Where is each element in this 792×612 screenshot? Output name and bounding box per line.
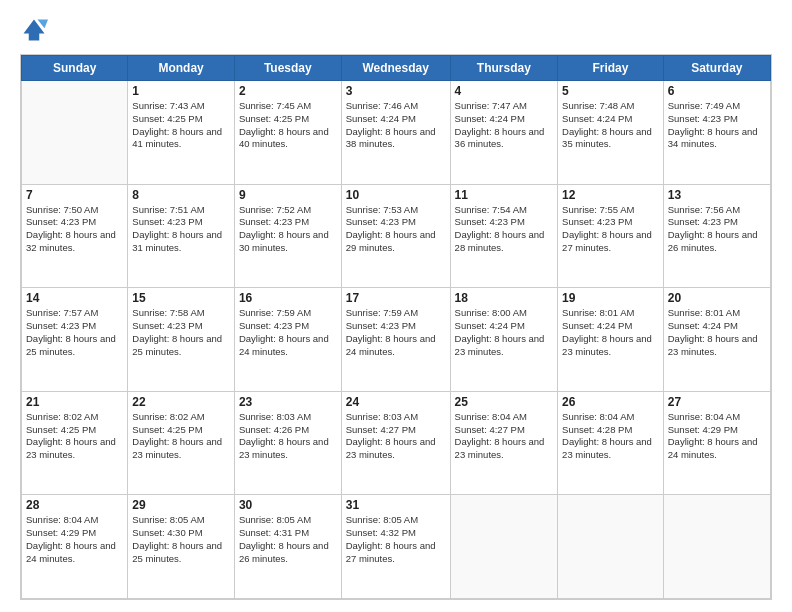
- cell-info: Sunrise: 7:55 AM Sunset: 4:23 PM Dayligh…: [562, 204, 659, 255]
- cell-info: Sunrise: 7:49 AM Sunset: 4:23 PM Dayligh…: [668, 100, 766, 151]
- header-row: SundayMondayTuesdayWednesdayThursdayFrid…: [22, 56, 771, 81]
- logo: [20, 16, 52, 44]
- cell-day-number: 21: [26, 395, 123, 409]
- cal-cell-4-4: [450, 495, 558, 599]
- cal-cell-0-2: 2Sunrise: 7:45 AM Sunset: 4:25 PM Daylig…: [234, 81, 341, 185]
- day-header-saturday: Saturday: [663, 56, 770, 81]
- cal-cell-2-4: 18Sunrise: 8:00 AM Sunset: 4:24 PM Dayli…: [450, 288, 558, 392]
- cal-cell-1-3: 10Sunrise: 7:53 AM Sunset: 4:23 PM Dayli…: [341, 184, 450, 288]
- cell-info: Sunrise: 7:59 AM Sunset: 4:23 PM Dayligh…: [346, 307, 446, 358]
- day-header-wednesday: Wednesday: [341, 56, 450, 81]
- cell-info: Sunrise: 7:50 AM Sunset: 4:23 PM Dayligh…: [26, 204, 123, 255]
- cell-day-number: 9: [239, 188, 337, 202]
- cell-day-number: 30: [239, 498, 337, 512]
- cal-cell-2-5: 19Sunrise: 8:01 AM Sunset: 4:24 PM Dayli…: [558, 288, 664, 392]
- calendar-week-2: 14Sunrise: 7:57 AM Sunset: 4:23 PM Dayli…: [22, 288, 771, 392]
- page: SundayMondayTuesdayWednesdayThursdayFrid…: [0, 0, 792, 612]
- cell-info: Sunrise: 7:57 AM Sunset: 4:23 PM Dayligh…: [26, 307, 123, 358]
- cell-info: Sunrise: 7:51 AM Sunset: 4:23 PM Dayligh…: [132, 204, 230, 255]
- cell-info: Sunrise: 8:05 AM Sunset: 4:31 PM Dayligh…: [239, 514, 337, 565]
- cell-info: Sunrise: 7:59 AM Sunset: 4:23 PM Dayligh…: [239, 307, 337, 358]
- cal-cell-1-1: 8Sunrise: 7:51 AM Sunset: 4:23 PM Daylig…: [128, 184, 235, 288]
- cell-info: Sunrise: 8:01 AM Sunset: 4:24 PM Dayligh…: [668, 307, 766, 358]
- cal-cell-2-2: 16Sunrise: 7:59 AM Sunset: 4:23 PM Dayli…: [234, 288, 341, 392]
- calendar-week-1: 7Sunrise: 7:50 AM Sunset: 4:23 PM Daylig…: [22, 184, 771, 288]
- cell-day-number: 5: [562, 84, 659, 98]
- cell-day-number: 8: [132, 188, 230, 202]
- cell-day-number: 6: [668, 84, 766, 98]
- cell-day-number: 26: [562, 395, 659, 409]
- cal-cell-4-5: [558, 495, 664, 599]
- cell-info: Sunrise: 8:02 AM Sunset: 4:25 PM Dayligh…: [26, 411, 123, 462]
- cell-day-number: 18: [455, 291, 554, 305]
- cal-cell-1-5: 12Sunrise: 7:55 AM Sunset: 4:23 PM Dayli…: [558, 184, 664, 288]
- cell-info: Sunrise: 7:58 AM Sunset: 4:23 PM Dayligh…: [132, 307, 230, 358]
- cal-cell-3-0: 21Sunrise: 8:02 AM Sunset: 4:25 PM Dayli…: [22, 391, 128, 495]
- cell-info: Sunrise: 8:01 AM Sunset: 4:24 PM Dayligh…: [562, 307, 659, 358]
- cell-info: Sunrise: 8:03 AM Sunset: 4:26 PM Dayligh…: [239, 411, 337, 462]
- cal-cell-4-1: 29Sunrise: 8:05 AM Sunset: 4:30 PM Dayli…: [128, 495, 235, 599]
- cell-info: Sunrise: 8:04 AM Sunset: 4:27 PM Dayligh…: [455, 411, 554, 462]
- cell-day-number: 23: [239, 395, 337, 409]
- cell-day-number: 31: [346, 498, 446, 512]
- day-header-monday: Monday: [128, 56, 235, 81]
- cal-cell-2-0: 14Sunrise: 7:57 AM Sunset: 4:23 PM Dayli…: [22, 288, 128, 392]
- header: [20, 16, 772, 44]
- cell-info: Sunrise: 7:43 AM Sunset: 4:25 PM Dayligh…: [132, 100, 230, 151]
- cal-cell-4-2: 30Sunrise: 8:05 AM Sunset: 4:31 PM Dayli…: [234, 495, 341, 599]
- day-header-thursday: Thursday: [450, 56, 558, 81]
- cal-cell-3-6: 27Sunrise: 8:04 AM Sunset: 4:29 PM Dayli…: [663, 391, 770, 495]
- cell-day-number: 17: [346, 291, 446, 305]
- cal-cell-3-2: 23Sunrise: 8:03 AM Sunset: 4:26 PM Dayli…: [234, 391, 341, 495]
- cell-info: Sunrise: 8:05 AM Sunset: 4:30 PM Dayligh…: [132, 514, 230, 565]
- cell-day-number: 4: [455, 84, 554, 98]
- cell-day-number: 24: [346, 395, 446, 409]
- cell-day-number: 25: [455, 395, 554, 409]
- cell-day-number: 11: [455, 188, 554, 202]
- cell-day-number: 3: [346, 84, 446, 98]
- cell-info: Sunrise: 7:56 AM Sunset: 4:23 PM Dayligh…: [668, 204, 766, 255]
- cell-day-number: 1: [132, 84, 230, 98]
- cal-cell-4-0: 28Sunrise: 8:04 AM Sunset: 4:29 PM Dayli…: [22, 495, 128, 599]
- cal-cell-3-4: 25Sunrise: 8:04 AM Sunset: 4:27 PM Dayli…: [450, 391, 558, 495]
- cell-day-number: 7: [26, 188, 123, 202]
- calendar-table: SundayMondayTuesdayWednesdayThursdayFrid…: [21, 55, 771, 599]
- cell-day-number: 14: [26, 291, 123, 305]
- cell-day-number: 10: [346, 188, 446, 202]
- cell-info: Sunrise: 7:52 AM Sunset: 4:23 PM Dayligh…: [239, 204, 337, 255]
- cal-cell-0-6: 6Sunrise: 7:49 AM Sunset: 4:23 PM Daylig…: [663, 81, 770, 185]
- logo-icon: [20, 16, 48, 44]
- cell-info: Sunrise: 7:53 AM Sunset: 4:23 PM Dayligh…: [346, 204, 446, 255]
- cell-info: Sunrise: 7:47 AM Sunset: 4:24 PM Dayligh…: [455, 100, 554, 151]
- day-header-sunday: Sunday: [22, 56, 128, 81]
- cal-cell-2-1: 15Sunrise: 7:58 AM Sunset: 4:23 PM Dayli…: [128, 288, 235, 392]
- cell-info: Sunrise: 8:00 AM Sunset: 4:24 PM Dayligh…: [455, 307, 554, 358]
- cell-day-number: 12: [562, 188, 659, 202]
- cal-cell-0-3: 3Sunrise: 7:46 AM Sunset: 4:24 PM Daylig…: [341, 81, 450, 185]
- cell-day-number: 20: [668, 291, 766, 305]
- cal-cell-0-4: 4Sunrise: 7:47 AM Sunset: 4:24 PM Daylig…: [450, 81, 558, 185]
- calendar-week-4: 28Sunrise: 8:04 AM Sunset: 4:29 PM Dayli…: [22, 495, 771, 599]
- cell-info: Sunrise: 8:04 AM Sunset: 4:28 PM Dayligh…: [562, 411, 659, 462]
- cell-day-number: 15: [132, 291, 230, 305]
- cell-info: Sunrise: 7:45 AM Sunset: 4:25 PM Dayligh…: [239, 100, 337, 151]
- cal-cell-1-4: 11Sunrise: 7:54 AM Sunset: 4:23 PM Dayli…: [450, 184, 558, 288]
- cell-info: Sunrise: 8:05 AM Sunset: 4:32 PM Dayligh…: [346, 514, 446, 565]
- calendar-week-3: 21Sunrise: 8:02 AM Sunset: 4:25 PM Dayli…: [22, 391, 771, 495]
- cal-cell-0-1: 1Sunrise: 7:43 AM Sunset: 4:25 PM Daylig…: [128, 81, 235, 185]
- cell-day-number: 27: [668, 395, 766, 409]
- cell-day-number: 28: [26, 498, 123, 512]
- cell-day-number: 2: [239, 84, 337, 98]
- cal-cell-2-3: 17Sunrise: 7:59 AM Sunset: 4:23 PM Dayli…: [341, 288, 450, 392]
- calendar: SundayMondayTuesdayWednesdayThursdayFrid…: [20, 54, 772, 600]
- cal-cell-0-5: 5Sunrise: 7:48 AM Sunset: 4:24 PM Daylig…: [558, 81, 664, 185]
- cell-day-number: 22: [132, 395, 230, 409]
- cal-cell-3-5: 26Sunrise: 8:04 AM Sunset: 4:28 PM Dayli…: [558, 391, 664, 495]
- cal-cell-1-2: 9Sunrise: 7:52 AM Sunset: 4:23 PM Daylig…: [234, 184, 341, 288]
- cell-info: Sunrise: 8:02 AM Sunset: 4:25 PM Dayligh…: [132, 411, 230, 462]
- calendar-week-0: 1Sunrise: 7:43 AM Sunset: 4:25 PM Daylig…: [22, 81, 771, 185]
- cal-cell-4-3: 31Sunrise: 8:05 AM Sunset: 4:32 PM Dayli…: [341, 495, 450, 599]
- cell-info: Sunrise: 8:03 AM Sunset: 4:27 PM Dayligh…: [346, 411, 446, 462]
- cal-cell-0-0: [22, 81, 128, 185]
- cal-cell-1-6: 13Sunrise: 7:56 AM Sunset: 4:23 PM Dayli…: [663, 184, 770, 288]
